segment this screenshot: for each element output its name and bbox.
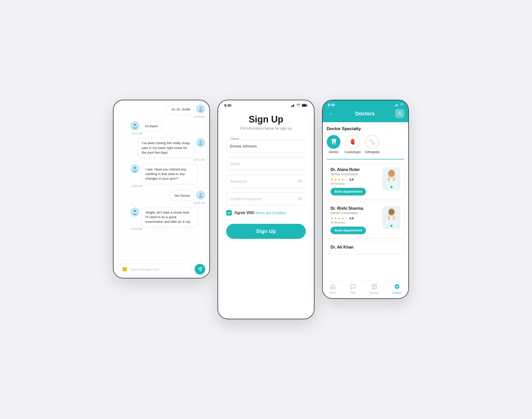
specialty-underline	[327, 159, 404, 159]
chat-time: 10:01 AM	[130, 132, 143, 135]
book-appointment-button[interactable]: Book Appointment	[331, 188, 366, 195]
doctor-female-illustration	[383, 169, 400, 190]
avatar	[196, 104, 205, 114]
chat-message-row: Alright, let's take a closer look. I'll …	[118, 207, 205, 231]
password-toggle-icon[interactable]	[298, 179, 302, 184]
signup-screen: 9:40 Sign Up Fill information below for …	[218, 100, 314, 319]
agree-text: Agree With Terms and Condition	[234, 211, 286, 215]
doctors-icon	[394, 284, 400, 291]
profile-avatar-button[interactable]	[395, 109, 404, 118]
nav-item-records[interactable]: Records	[369, 284, 379, 294]
doctors-status-bar: 9:40	[327, 100, 404, 109]
svg-point-40	[389, 209, 394, 215]
star-1: ★	[331, 178, 334, 181]
page-title: Doctors	[335, 111, 395, 117]
doctor-male-illustration	[383, 207, 400, 229]
doctor-card-partial: Dr. Ali Khan	[327, 241, 404, 254]
confirm-password-field-group	[226, 192, 306, 205]
svg-rect-19	[302, 104, 306, 106]
bottom-navigation: Home Chat Records Doctors	[323, 281, 408, 298]
specialty-item-orthopedic[interactable]: 🦴 Orthopedic	[365, 135, 380, 154]
svg-rect-14	[134, 212, 136, 214]
nav-label: Doctors	[393, 291, 401, 294]
screens-container: Hi, Dr. Smith 10:00 AM Hi there! 10:01 A…	[113, 100, 419, 319]
book-appointment-button[interactable]: Book Appointment	[331, 227, 366, 234]
doctor-photo	[383, 167, 400, 190]
specialty-row: 🦷 Dentist 🫀 Cardiologist 🦴 Orthopedic	[327, 135, 404, 154]
avatar	[196, 138, 205, 147]
doctor-name: Dr. Alana Ruter	[331, 167, 380, 172]
star-2: ★	[334, 178, 337, 181]
chat-time: 10:00 AM	[193, 202, 205, 204]
terms-link[interactable]: Terms and Condition	[256, 211, 286, 215]
battery-icon	[302, 104, 308, 107]
chat-input-field[interactable]: 🙂 Type message here...	[118, 264, 192, 275]
doctor-info: Dr. Ali Khan	[331, 245, 400, 250]
name-input[interactable]	[226, 140, 306, 153]
nav-item-chat[interactable]: Chat	[350, 284, 356, 294]
chat-input-bar: 🙂 Type message here...	[113, 260, 209, 278]
email-field-group	[226, 157, 306, 170]
send-button[interactable]	[195, 264, 205, 275]
chat-message-row: I see. Have you noticed any swelling in …	[118, 164, 205, 188]
signup-content: Sign Up Fill information below for sign …	[218, 109, 314, 249]
home-icon	[330, 284, 336, 290]
svg-rect-26	[397, 104, 398, 106]
input-placeholder: Type message here...	[130, 267, 162, 271]
avatar	[130, 207, 140, 217]
chat-bubble: I see. Have you noticed any swelling in …	[142, 164, 198, 184]
specialty-label: Cardiologist	[345, 150, 361, 154]
confirm-password-input[interactable]	[226, 192, 306, 205]
chat-messages-area: Hi, Dr. Smith 10:00 AM Hi there! 10:01 A…	[113, 100, 209, 260]
status-time: 9:40	[328, 103, 335, 107]
chat-time: 10:00 AM	[193, 115, 205, 118]
specialty-item-cardiologist[interactable]: 🫀 Cardiologist	[345, 135, 361, 154]
nav-item-home[interactable]: Home	[330, 284, 336, 294]
chat-bubble-wrap: I've been having this really sharp pain …	[138, 138, 205, 158]
email-input[interactable]	[226, 157, 306, 170]
svg-rect-16	[292, 105, 293, 107]
nav-item-doctors[interactable]: Doctors	[393, 284, 401, 294]
doctor-info: Dr. Rishi Sharma Dentist Consultation ★ …	[331, 206, 380, 234]
doctor-name: Dr. Ali Khan	[331, 245, 400, 250]
status-bar: 9:40	[218, 100, 314, 109]
svg-point-20	[298, 179, 302, 182]
doctor-reviews: 49 Reviews	[331, 221, 380, 224]
svg-point-21	[299, 180, 301, 181]
specialty-section-title: Doctor Specialty	[327, 126, 404, 131]
dentist-icon: 🦷	[327, 135, 340, 149]
svg-point-27	[399, 112, 401, 114]
specialty-label: Dentist	[329, 150, 338, 154]
nav-label: Home	[330, 291, 336, 294]
doctor-specialty: Dentist Consultation	[331, 172, 380, 176]
signup-button[interactable]: Sign Up	[226, 224, 306, 239]
doctor-card: Dr. Rishi Sharma Dentist Consultation ★ …	[327, 202, 404, 238]
password-input[interactable]	[226, 175, 306, 188]
terms-checkbox[interactable]	[226, 210, 232, 216]
chat-bubble-wrap: Hi there!	[130, 121, 162, 131]
agree-row: Agree With Terms and Condition	[226, 210, 306, 216]
star-5: ★	[345, 178, 348, 181]
svg-rect-25	[396, 105, 397, 106]
avatar	[130, 121, 140, 130]
orthopedic-icon: 🦴	[365, 135, 379, 149]
records-icon	[372, 284, 377, 291]
doctor-stars: ★ ★ ★ ★ ★ 4.8	[331, 178, 380, 181]
confirm-password-toggle-icon[interactable]	[298, 197, 302, 201]
svg-point-38	[388, 216, 390, 220]
svg-point-41	[390, 225, 392, 227]
nav-label: Records	[369, 291, 379, 294]
star-3: ★	[338, 216, 341, 220]
specialty-item-dentist[interactable]: 🦷 Dentist	[327, 135, 340, 154]
back-button[interactable]: ‹	[327, 109, 335, 118]
svg-point-6	[199, 143, 203, 145]
signup-subtitle: Fill information below for sign up	[240, 126, 292, 130]
profile-icon	[397, 111, 402, 116]
chat-bubble-wrap: Alright, let's take a closer look. I'll …	[130, 207, 198, 227]
chat-bubble-wrap: Hi, Dr. Smith	[168, 104, 205, 115]
chat-message-row: Yes Doctor 10:00 AM	[118, 191, 205, 204]
svg-point-0	[199, 107, 202, 109]
svg-point-12	[134, 210, 136, 212]
chat-message-row: Hi, Dr. Smith 10:00 AM	[118, 104, 205, 118]
svg-rect-9	[134, 169, 136, 171]
